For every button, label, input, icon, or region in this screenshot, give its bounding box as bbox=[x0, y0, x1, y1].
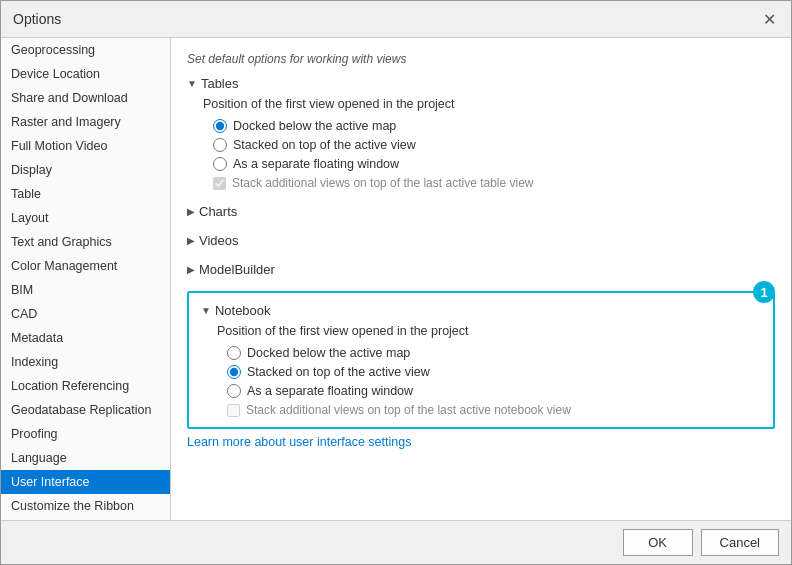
options-dialog: Options ✕ GeoprocessingDevice LocationSh… bbox=[0, 0, 792, 565]
videos-label: Videos bbox=[199, 233, 239, 248]
notebook-radio-floating[interactable]: As a separate floating window bbox=[227, 384, 761, 398]
tables-radio-stacked-input[interactable] bbox=[213, 138, 227, 152]
sidebar-item-full-motion-video[interactable]: Full Motion Video bbox=[1, 134, 170, 158]
dialog-title: Options bbox=[13, 11, 61, 27]
sidebar-item-table[interactable]: Table bbox=[1, 182, 170, 206]
notebook-radio-group: Docked below the active map Stacked on t… bbox=[217, 346, 761, 398]
tables-stack-label: Stack additional views on top of the las… bbox=[232, 176, 534, 190]
notebook-section: 1 ▼ Notebook Position of the first view … bbox=[187, 291, 775, 429]
notebook-content: Position of the first view opened in the… bbox=[201, 324, 761, 417]
charts-section: ▶ Charts bbox=[187, 204, 775, 219]
tables-section: ▼ Tables Position of the first view open… bbox=[187, 76, 775, 190]
sidebar-item-geoprocessing[interactable]: Geoprocessing bbox=[1, 38, 170, 62]
tables-radio-docked-input[interactable] bbox=[213, 119, 227, 133]
tables-radio-docked[interactable]: Docked below the active map bbox=[213, 119, 775, 133]
sidebar-item-bim[interactable]: BIM bbox=[1, 278, 170, 302]
sidebar-item-color-management[interactable]: Color Management bbox=[1, 254, 170, 278]
sidebar-item-language[interactable]: Language bbox=[1, 446, 170, 470]
notebook-radio-docked-input[interactable] bbox=[227, 346, 241, 360]
notebook-radio-stacked-input[interactable] bbox=[227, 365, 241, 379]
sidebar-item-indexing[interactable]: Indexing bbox=[1, 350, 170, 374]
content-header: Set default options for working with vie… bbox=[187, 52, 775, 66]
sidebar-item-text-and-graphics[interactable]: Text and Graphics bbox=[1, 230, 170, 254]
cancel-button[interactable]: Cancel bbox=[701, 529, 779, 556]
notebook-radio-docked-label: Docked below the active map bbox=[247, 346, 410, 360]
tables-radio-docked-label: Docked below the active map bbox=[233, 119, 396, 133]
tables-label: Tables bbox=[201, 76, 239, 91]
tables-radio-stacked[interactable]: Stacked on top of the active view bbox=[213, 138, 775, 152]
sidebar-item-location-referencing[interactable]: Location Referencing bbox=[1, 374, 170, 398]
tables-radio-floating-label: As a separate floating window bbox=[233, 157, 399, 171]
notebook-arrow: ▼ bbox=[201, 305, 211, 316]
sidebar-item-customize-the-ribbon[interactable]: Customize the Ribbon bbox=[1, 494, 170, 518]
title-bar: Options ✕ bbox=[1, 1, 791, 38]
close-button[interactable]: ✕ bbox=[759, 9, 779, 29]
tables-content: Position of the first view opened in the… bbox=[187, 97, 775, 190]
notebook-label: Notebook bbox=[215, 303, 271, 318]
modelbuilder-toggle[interactable]: ▶ ModelBuilder bbox=[187, 262, 775, 277]
tables-radio-floating[interactable]: As a separate floating window bbox=[213, 157, 775, 171]
tables-arrow: ▼ bbox=[187, 78, 197, 89]
sidebar-item-cad[interactable]: CAD bbox=[1, 302, 170, 326]
tables-radio-group: Docked below the active map Stacked on t… bbox=[203, 119, 775, 171]
tables-toggle[interactable]: ▼ Tables bbox=[187, 76, 775, 91]
notebook-radio-floating-input[interactable] bbox=[227, 384, 241, 398]
sidebar-item-user-interface[interactable]: User Interface bbox=[1, 470, 170, 494]
videos-arrow: ▶ bbox=[187, 235, 195, 246]
sidebar-item-display[interactable]: Display bbox=[1, 158, 170, 182]
notebook-position-label: Position of the first view opened in the… bbox=[217, 324, 761, 338]
modelbuilder-section: ▶ ModelBuilder bbox=[187, 262, 775, 277]
content-area: Set default options for working with vie… bbox=[171, 38, 791, 520]
modelbuilder-label: ModelBuilder bbox=[199, 262, 275, 277]
videos-section: ▶ Videos bbox=[187, 233, 775, 248]
modelbuilder-arrow: ▶ bbox=[187, 264, 195, 275]
content-scroll: Set default options for working with vie… bbox=[171, 38, 791, 520]
dialog-footer: OK Cancel bbox=[1, 520, 791, 564]
notebook-toggle[interactable]: ▼ Notebook bbox=[201, 303, 761, 318]
notebook-stack-checkbox[interactable] bbox=[227, 404, 240, 417]
tables-radio-floating-input[interactable] bbox=[213, 157, 227, 171]
notebook-radio-stacked-label: Stacked on top of the active view bbox=[247, 365, 430, 379]
sidebar-item-metadata[interactable]: Metadata bbox=[1, 326, 170, 350]
notebook-radio-floating-label: As a separate floating window bbox=[247, 384, 413, 398]
tables-radio-stacked-label: Stacked on top of the active view bbox=[233, 138, 416, 152]
sidebar: GeoprocessingDevice LocationShare and Do… bbox=[1, 38, 171, 520]
sidebar-item-layout[interactable]: Layout bbox=[1, 206, 170, 230]
charts-arrow: ▶ bbox=[187, 206, 195, 217]
sidebar-item-proofing[interactable]: Proofing bbox=[1, 422, 170, 446]
notebook-radio-docked[interactable]: Docked below the active map bbox=[227, 346, 761, 360]
tables-stack-checkbox[interactable] bbox=[213, 177, 226, 190]
learn-more-link[interactable]: Learn more about user interface settings bbox=[187, 429, 775, 455]
dialog-body: GeoprocessingDevice LocationShare and Do… bbox=[1, 38, 791, 520]
notebook-checkbox-item: Stack additional views on top of the las… bbox=[217, 403, 761, 417]
notebook-stack-label: Stack additional views on top of the las… bbox=[246, 403, 571, 417]
tables-position-label: Position of the first view opened in the… bbox=[203, 97, 775, 111]
sidebar-item-geodatabase-replication[interactable]: Geodatabase Replication bbox=[1, 398, 170, 422]
sidebar-item-raster-and-imagery[interactable]: Raster and Imagery bbox=[1, 110, 170, 134]
ok-button[interactable]: OK bbox=[623, 529, 693, 556]
notebook-radio-stacked[interactable]: Stacked on top of the active view bbox=[227, 365, 761, 379]
notebook-badge: 1 bbox=[753, 281, 775, 303]
tables-checkbox-item: Stack additional views on top of the las… bbox=[203, 176, 775, 190]
videos-toggle[interactable]: ▶ Videos bbox=[187, 233, 775, 248]
sidebar-item-device-location[interactable]: Device Location bbox=[1, 62, 170, 86]
charts-label: Charts bbox=[199, 204, 237, 219]
charts-toggle[interactable]: ▶ Charts bbox=[187, 204, 775, 219]
sidebar-item-share-and-download[interactable]: Share and Download bbox=[1, 86, 170, 110]
